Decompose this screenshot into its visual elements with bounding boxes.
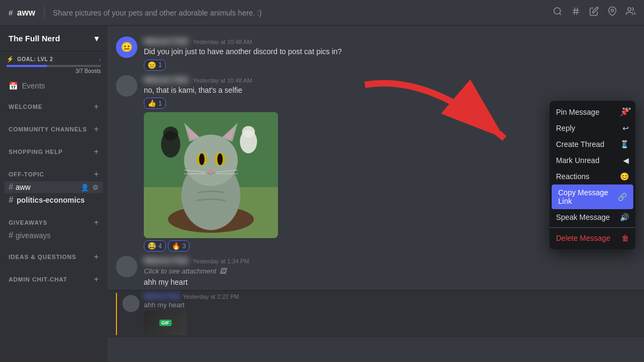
section-giveaways-add[interactable]: +: [94, 218, 99, 227]
hash-icon-2: #: [9, 195, 13, 205]
pin-menu-label: Pin Message: [556, 108, 599, 116]
section-community-header[interactable]: COMMUNITY CHANNELS +: [4, 124, 103, 134]
section-welcome: WELCOME +: [0, 93, 107, 116]
svg-point-0: [554, 8, 560, 14]
reactions-1: 😐 1: [144, 60, 635, 71]
reply-time: Yesterday at 2:22 PM: [183, 293, 239, 300]
settings-icon[interactable]: ⚙: [92, 183, 99, 191]
speak-menu-icon: 🔊: [620, 213, 629, 221]
message-time-2: Yesterday at 10:48 AM: [193, 77, 252, 84]
members-icon[interactable]: [626, 6, 635, 19]
pin-icon[interactable]: [608, 6, 617, 19]
copy-link-icon: 🔗: [618, 193, 627, 201]
reply-bar-indicator: [116, 293, 117, 335]
message-time-3: Yesterday at 1:34 PM: [193, 258, 249, 264]
bottom-reply: REDACTED Yesterday at 2:22 PM ahh my hea…: [107, 290, 644, 337]
svg-point-7: [184, 135, 238, 186]
message-group-3: REDACTED Yesterday at 1:34 PM Click to s…: [107, 254, 644, 290]
context-menu-speak[interactable]: Speak Message 🔊: [550, 209, 635, 225]
unread-menu-icon: ◀: [623, 156, 629, 165]
section-ideas-header[interactable]: IDEAS & QUESTIONS +: [4, 252, 103, 262]
context-menu-unread[interactable]: Mark Unread ◀: [550, 152, 635, 168]
reaction-laugh[interactable]: 😂 4: [144, 240, 166, 252]
reply-author-line: REDACTED Yesterday at 2:22 PM: [144, 293, 635, 300]
section-giveaways-header[interactable]: GIVEAWAYS +: [4, 218, 103, 227]
reactions-menu-label: Reactions: [556, 172, 589, 181]
edit-icon[interactable]: [589, 6, 599, 19]
speak-menu-label: Speak Message: [556, 213, 610, 221]
boost-progress-bar: [6, 65, 101, 67]
section-community-add[interactable]: +: [94, 124, 99, 134]
section-shopping-add[interactable]: +: [94, 147, 99, 157]
channel-aww-icons: 👤 ⚙: [80, 183, 99, 191]
sidebar: The Full Nerd ▾ ⚡ GOAL: LVL 2 › 3/7 Boos…: [0, 26, 107, 362]
pet-image[interactable]: [144, 112, 278, 238]
section-ideas-add[interactable]: +: [94, 252, 99, 262]
channel-aww[interactable]: # aww 👤 ⚙: [4, 181, 103, 193]
section-offtopic-add[interactable]: +: [94, 169, 99, 179]
channel-politics[interactable]: # politics-economics: [4, 193, 103, 207]
events-label: Events: [22, 82, 45, 90]
search-icon[interactable]: [553, 6, 562, 19]
reply-menu-icon: ↩: [623, 124, 629, 132]
calendar-icon: 📅: [9, 82, 18, 90]
section-shopping-header[interactable]: SHOPPING HELP +: [4, 147, 103, 157]
section-offtopic-header[interactable]: OFF-TOPIC +: [4, 169, 103, 179]
section-welcome-header[interactable]: WELCOME +: [4, 102, 103, 112]
top-bar: # aww Share pictures of your pets and ot…: [0, 0, 644, 26]
context-menu-reply[interactable]: Reply ↩: [550, 120, 635, 136]
attachment-blur[interactable]: Click to see attachment 🖼: [144, 267, 635, 275]
gif-thumbnail[interactable]: GIF: [144, 311, 187, 335]
events-item[interactable]: 📅 Events: [0, 78, 107, 93]
reply-avatar: [122, 295, 140, 312]
channel-politics-label: politics-economics: [17, 196, 85, 204]
context-menu-copy-link[interactable]: Copy Message Link 🔗: [552, 184, 633, 209]
gif-badge: GIF: [159, 320, 172, 326]
top-bar-divider: [44, 6, 45, 19]
context-menu-reactions[interactable]: Reactions 😊: [550, 168, 635, 184]
section-welcome-add[interactable]: +: [94, 102, 99, 112]
bottom-reply-inner: REDACTED Yesterday at 2:22 PM ahh my hea…: [107, 291, 644, 337]
section-shopping: SHOPPING HELP +: [0, 138, 107, 161]
message-text-1: Did you join just to have another discor…: [144, 47, 635, 57]
hash-icon: #: [9, 182, 13, 192]
section-admin: ADMIN CHIT-CHAT +: [0, 266, 107, 289]
hash-icon-3: #: [9, 231, 13, 240]
reaction-thumbsup[interactable]: 👍 1: [144, 98, 166, 109]
section-admin-add[interactable]: +: [94, 275, 99, 284]
reply-menu-label: Reply: [556, 124, 575, 132]
avatar-3: [116, 256, 137, 277]
reaction-neutral[interactable]: 😐 1: [144, 60, 166, 71]
section-offtopic-title: OFF-TOPIC: [9, 171, 44, 178]
boost-progress-fill: [6, 65, 47, 67]
reaction-fire[interactable]: 🔥 3: [168, 240, 190, 252]
message-content-3: REDACTED Yesterday at 1:34 PM Click to s…: [144, 256, 635, 288]
channel-description: Share pictures of your pets and other ad…: [53, 9, 548, 17]
delete-menu-label: Delete Message: [556, 234, 610, 242]
section-shopping-title: SHOPPING HELP: [9, 149, 63, 155]
context-menu-delete[interactable]: Delete Message 🗑: [550, 230, 635, 246]
svg-point-15: [217, 153, 223, 165]
hashtag-icon[interactable]: [571, 6, 581, 19]
image-icon: 🖼: [219, 267, 226, 275]
server-header[interactable]: The Full Nerd ▾: [0, 26, 107, 51]
section-admin-header[interactable]: ADMIN CHIT-CHAT +: [4, 275, 103, 284]
message-header-3: REDACTED Yesterday at 1:34 PM: [144, 256, 635, 265]
channel-giveaways[interactable]: # giveaways: [4, 230, 103, 241]
context-menu-divider: [550, 227, 635, 228]
section-ideas-title: IDEAS & QUESTIONS: [9, 254, 76, 260]
message-header-2: REDACTED Yesterday at 10:48 AM: [144, 75, 635, 84]
chevron-down-icon: ▾: [94, 34, 99, 43]
section-community-title: COMMUNITY CHANNELS: [9, 126, 87, 132]
svg-point-22: [163, 127, 178, 141]
context-menu-more[interactable]: •••: [622, 104, 631, 114]
gif-area: GIF: [144, 311, 635, 335]
thread-menu-icon: 🧵: [620, 140, 629, 149]
top-bar-icons: [553, 6, 635, 19]
svg-point-1: [611, 9, 614, 12]
person-icon[interactable]: 👤: [80, 183, 89, 191]
message-time-1: Yesterday at 10:48 AM: [193, 39, 252, 45]
svg-point-24: [242, 126, 255, 138]
context-menu-thread[interactable]: Create Thread 🧵: [550, 136, 635, 152]
boost-label: GOAL: LVL 2: [17, 56, 53, 62]
